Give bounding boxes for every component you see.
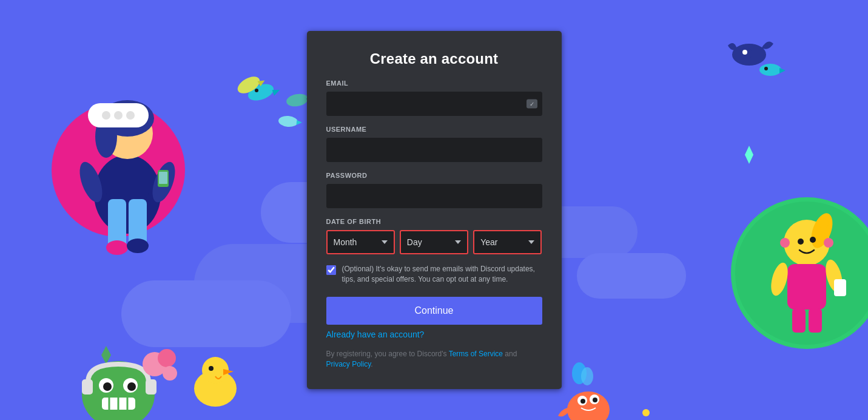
email-label: EMAIL — [326, 80, 542, 87]
username-group: USERNAME — [326, 126, 542, 162]
password-input[interactable] — [326, 184, 542, 208]
year-select[interactable]: Year 202420232022 201020001990 198019701… — [473, 230, 542, 254]
terms-and: and — [503, 350, 517, 358]
modal-overlay: Create an account EMAIL ✓ USERNAME PASSW… — [0, 0, 868, 420]
email-opt-in-row: (Optional) It's okay to send me emails w… — [326, 264, 542, 285]
privacy-policy-link[interactable]: Privacy Policy — [326, 360, 371, 368]
email-group: EMAIL ✓ — [326, 80, 542, 116]
email-input[interactable] — [326, 92, 542, 116]
terms-of-service-link[interactable]: Terms of Service — [449, 350, 503, 358]
email-input-wrapper: ✓ — [326, 92, 542, 116]
dob-label: DATE OF BIRTH — [326, 218, 542, 225]
login-link[interactable]: Already have an account? — [326, 330, 542, 339]
dob-selects: Month January February March April May J… — [326, 230, 542, 254]
email-badge: ✓ — [527, 100, 537, 109]
dob-group: DATE OF BIRTH Month January February Mar… — [326, 218, 542, 254]
email-opt-in-checkbox[interactable] — [326, 265, 336, 275]
username-label: USERNAME — [326, 126, 542, 133]
password-group: PASSWORD — [326, 172, 542, 208]
continue-button[interactable]: Continue — [326, 297, 542, 325]
email-opt-in-label: (Optional) It's okay to send me emails w… — [342, 264, 542, 285]
month-select[interactable]: Month January February March April May J… — [326, 230, 395, 254]
modal-title: Create an account — [326, 50, 542, 67]
password-label: PASSWORD — [326, 172, 542, 179]
create-account-modal: Create an account EMAIL ✓ USERNAME PASSW… — [307, 31, 562, 388]
terms-text: By registering, you agree to Discord's T… — [326, 349, 542, 370]
day-select[interactable]: Day 1234 5678 9101112 13141516 17181920 … — [400, 230, 468, 254]
terms-prefix: By registering, you agree to Discord's — [326, 350, 449, 358]
terms-suffix: . — [371, 360, 372, 368]
username-input[interactable] — [326, 138, 542, 162]
